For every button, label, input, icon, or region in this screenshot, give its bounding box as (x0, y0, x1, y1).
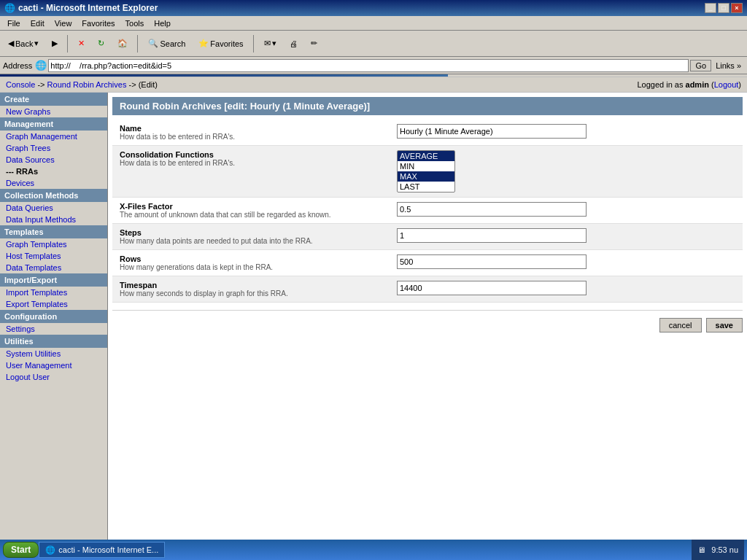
logged-in-text: Logged in as (637, 80, 683, 89)
timespan-desc: How many seconds to display in graph for… (120, 289, 382, 298)
maximize-button[interactable]: □ (718, 3, 729, 13)
sidebar-item-data-queries[interactable]: Data Queries (0, 202, 107, 214)
sidebar-header-templates: Templates (0, 225, 107, 238)
breadcrumb-bar: Console -> Round Robin Archives -> (Edit… (0, 77, 747, 93)
sidebar-header-collection: Collection Methods (0, 189, 107, 202)
menu-tools[interactable]: Tools (121, 18, 149, 29)
sidebar-item-data-input[interactable]: Data Input Methods (0, 214, 107, 225)
option-min: MIN (398, 161, 454, 171)
option-average: AVERAGE (398, 151, 454, 161)
sidebar-item-graph-management[interactable]: Graph Management (0, 131, 107, 142)
breadcrumb-action: (Edit) (139, 80, 158, 89)
consolidation-select[interactable]: AVERAGE MIN MAX LAST (397, 150, 455, 192)
breadcrumb: Console -> Round Robin Archives -> (Edit… (6, 80, 158, 89)
page-icon: 🌐 (35, 60, 47, 71)
menu-view[interactable]: View (50, 18, 77, 29)
start-button[interactable]: Start (3, 542, 39, 557)
chevron-down-icon-2: ▾ (272, 39, 276, 48)
sidebar-item-data-templates[interactable]: Data Templates (0, 262, 107, 273)
ie-icon: 🌐 (45, 545, 55, 555)
sidebar-header-import-export: Import/Export (0, 273, 107, 287)
cancel-button[interactable]: cancel (659, 318, 702, 332)
main-layout: Create New Graphs Management Graph Manag… (0, 93, 747, 557)
steps-desc: How many data points are needed to put d… (120, 237, 382, 245)
consolidation-desc: How data is to be entered in RRA's. (120, 159, 382, 167)
consolidation-label: Consolidation Functions (120, 150, 382, 159)
rows-label: Rows (120, 254, 382, 263)
content-area: Round Robin Archives [edit: Hourly (1 Mi… (108, 93, 747, 557)
taskbar-window-label: cacti - Microsoft Internet E... (58, 545, 158, 554)
search-button[interactable]: 🔍 Search (143, 34, 190, 54)
address-bar: Address 🌐 Go Links » (0, 57, 747, 74)
menu-favorites[interactable]: Favorites (77, 18, 119, 29)
forward-button[interactable]: ▶ (47, 34, 63, 54)
sidebar-item-new-graphs[interactable]: New Graphs (0, 106, 107, 117)
xfiles-label: X-Files Factor (120, 202, 382, 211)
favorites-button[interactable]: ⭐ Favorites (193, 34, 248, 54)
menu-file[interactable]: File (3, 18, 25, 29)
taskbar-ie-item[interactable]: 🌐 cacti - Microsoft Internet E... (39, 542, 165, 557)
steps-input[interactable] (397, 228, 587, 243)
minimize-button[interactable]: _ (705, 3, 716, 13)
taskbar-right: 🖥 9:53 nu (692, 540, 744, 557)
sidebar-item-rras: --- RRAs (0, 166, 107, 177)
button-row: cancel save (112, 310, 743, 332)
sidebar-item-user-management[interactable]: User Management (0, 359, 107, 371)
window-title: cacti - Microsoft Internet Explorer (18, 3, 158, 13)
logout-link[interactable]: Logout (714, 80, 739, 89)
address-input-wrap (48, 59, 689, 72)
breadcrumb-rra[interactable]: Round Robin Archives (47, 80, 127, 89)
username: admin (686, 80, 709, 89)
refresh-icon: ↻ (98, 39, 104, 48)
name-input[interactable] (397, 124, 587, 139)
edit-button[interactable]: ✏ (306, 34, 322, 54)
edit-icon: ✏ (311, 39, 317, 48)
chevron-down-icon: ▾ (34, 39, 39, 48)
save-button[interactable]: save (706, 318, 743, 332)
close-button[interactable]: × (731, 3, 743, 13)
xfiles-input[interactable] (397, 202, 587, 217)
mail-button[interactable]: ✉ ▾ (259, 34, 282, 54)
xfiles-desc: The amount of unknown data that can stil… (120, 211, 382, 219)
print-button[interactable]: 🖨 (285, 34, 303, 54)
address-input[interactable] (50, 61, 686, 70)
sidebar-item-devices[interactable]: Devices (0, 177, 107, 189)
sidebar-item-settings[interactable]: Settings (0, 323, 107, 335)
back-button[interactable]: ◀ Back ▾ (3, 34, 44, 54)
menu-edit[interactable]: Edit (26, 18, 49, 29)
form-row-rows: Rows How many generations data is kept i… (112, 250, 743, 276)
links-button[interactable]: Links » (713, 61, 744, 71)
star-icon: ⭐ (198, 39, 209, 48)
auth-info: Logged in as admin (Logout) (637, 80, 741, 89)
sidebar-header-utilities: Utilities (0, 335, 107, 348)
steps-label: Steps (120, 228, 382, 237)
breadcrumb-console[interactable]: Console (6, 80, 35, 89)
separator-1 (67, 35, 69, 52)
home-button[interactable]: 🏠 (112, 34, 133, 54)
network-icon: 🖥 (697, 545, 705, 554)
sidebar-item-logout-user[interactable]: Logout User (0, 371, 107, 383)
sidebar: Create New Graphs Management Graph Manag… (0, 93, 108, 557)
progress-fill (0, 74, 448, 77)
stop-icon: ✕ (78, 39, 85, 48)
taskbar: Start 🌐 cacti - Microsoft Internet E... … (0, 540, 747, 557)
refresh-button[interactable]: ↻ (93, 34, 109, 54)
go-button[interactable]: Go (690, 60, 711, 71)
forward-icon: ▶ (52, 39, 58, 48)
sidebar-item-host-templates[interactable]: Host Templates (0, 250, 107, 262)
menu-help[interactable]: Help (150, 18, 175, 29)
separator-3 (253, 35, 255, 52)
sidebar-header-configuration: Configuration (0, 310, 107, 323)
sidebar-item-system-utilities[interactable]: System Utilities (0, 348, 107, 359)
stop-button[interactable]: ✕ (73, 34, 90, 54)
rows-input[interactable] (397, 254, 587, 269)
timespan-input[interactable] (397, 281, 587, 295)
form-table: Name How data is to be entered in RRA's.… (112, 120, 743, 303)
sidebar-item-graph-templates[interactable]: Graph Templates (0, 238, 107, 250)
form-row-name: Name How data is to be entered in RRA's. (112, 120, 743, 146)
menu-bar: File Edit View Favorites Tools Help (0, 16, 747, 31)
sidebar-item-export-templates[interactable]: Export Templates (0, 298, 107, 310)
sidebar-item-graph-trees[interactable]: Graph Trees (0, 142, 107, 154)
sidebar-item-import-templates[interactable]: Import Templates (0, 287, 107, 298)
sidebar-item-data-sources[interactable]: Data Sources (0, 154, 107, 166)
